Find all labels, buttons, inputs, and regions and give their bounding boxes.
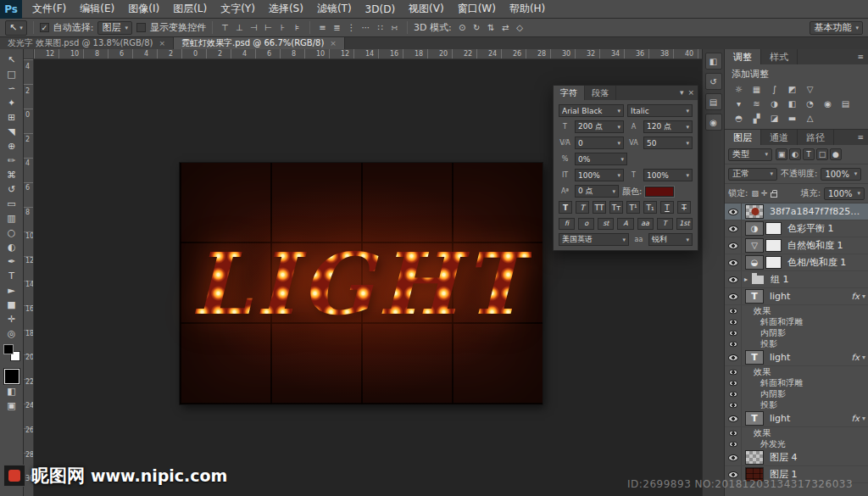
layer-row[interactable]: 图层 4: [725, 449, 868, 466]
visibility-eye-icon[interactable]: [728, 471, 738, 478]
adjustment-icon[interactable]: ◓: [732, 112, 746, 124]
distribute-icon[interactable]: ≣: [331, 21, 343, 34]
menu-item[interactable]: 选择(S): [262, 2, 310, 16]
properties-panel-icon[interactable]: ▤: [705, 93, 722, 110]
type-tool[interactable]: T: [3, 269, 21, 283]
text-format-button[interactable]: T: [559, 201, 572, 214]
menu-item[interactable]: 帮助(H): [503, 2, 552, 16]
screen-mode-button[interactable]: ▣: [3, 398, 21, 413]
collapse-effects-icon[interactable]: ▾: [862, 354, 865, 361]
foreground-color-large-swatch[interactable]: [4, 369, 19, 384]
layer-row[interactable]: ▽自然饱和度 1: [725, 237, 868, 254]
visibility-eye-icon[interactable]: [729, 441, 737, 446]
visibility-eye-icon[interactable]: [728, 259, 738, 266]
kerning-combo[interactable]: 0: [575, 137, 624, 149]
adjustment-icon[interactable]: ◩: [785, 83, 799, 95]
fx-badge[interactable]: fx: [852, 353, 860, 362]
horizontal-scale-field[interactable]: 100%: [643, 169, 693, 181]
adjustment-icon[interactable]: ▤: [838, 98, 853, 109]
opentype-button[interactable]: o: [578, 218, 594, 230]
layer-row[interactable]: Tlightfx▾: [725, 288, 868, 305]
path-selection-tool[interactable]: ►: [3, 283, 21, 298]
align-icon[interactable]: ⊦: [276, 21, 289, 34]
visibility-eye-icon[interactable]: [729, 380, 737, 385]
close-icon[interactable]: ×: [687, 88, 694, 97]
visibility-eye-icon[interactable]: [728, 415, 738, 422]
fx-badge[interactable]: fx: [852, 414, 860, 423]
adjustment-icon[interactable]: ▾: [732, 98, 746, 109]
menu-item[interactable]: 窗口(W): [451, 2, 503, 16]
text-format-button[interactable]: T: [677, 201, 691, 214]
quick-mask-button[interactable]: ◧: [3, 384, 21, 398]
adjustment-icon[interactable]: ≋: [749, 98, 764, 109]
opentype-button[interactable]: fi: [559, 218, 575, 230]
auto-select-target-combo[interactable]: 图层: [97, 21, 132, 35]
opentype-button[interactable]: aa: [637, 218, 654, 230]
visibility-eye-icon[interactable]: [729, 319, 737, 324]
distribute-icon[interactable]: ⋮: [345, 21, 358, 34]
menu-item[interactable]: 滤镜(T): [310, 2, 359, 16]
adjustment-icon[interactable]: ▬: [785, 112, 799, 124]
panel-tab[interactable]: 通道: [761, 130, 798, 145]
adjustment-icon[interactable]: ▞: [749, 112, 764, 124]
lock-all-icon[interactable]: [771, 192, 777, 198]
panel-collapse-icon[interactable]: ▾: [680, 88, 684, 97]
crop-tool[interactable]: ⊞: [3, 110, 21, 125]
layer-row[interactable]: ▸组 1: [725, 271, 868, 288]
3d-mode-icon[interactable]: ⇄: [499, 21, 512, 34]
panel-tab[interactable]: 图层: [725, 130, 761, 145]
adjustment-icon[interactable]: ◑: [767, 98, 782, 109]
menu-item[interactable]: 编辑(E): [73, 2, 121, 16]
baseline-shift-field[interactable]: 0 点: [575, 185, 619, 198]
layer-filter-icon[interactable]: ◐: [789, 148, 801, 160]
opentype-button[interactable]: st: [598, 218, 614, 230]
visibility-eye-icon[interactable]: [729, 369, 737, 374]
opentype-button[interactable]: T: [657, 218, 673, 230]
3d-mode-icon[interactable]: ↻: [470, 21, 483, 34]
panel-tab[interactable]: 字符: [554, 86, 585, 100]
adjustment-icon[interactable]: ∫: [767, 83, 782, 95]
collapse-effects-icon[interactable]: ▾: [862, 415, 865, 422]
3d-mode-icon[interactable]: ⇅: [485, 21, 498, 34]
align-icon[interactable]: ⊧: [291, 21, 303, 34]
blur-tool[interactable]: ○: [3, 226, 21, 240]
document-canvas[interactable]: LIGHT: [180, 163, 542, 404]
layer-effect-row[interactable]: 外发光: [725, 438, 868, 449]
layer-effect-row[interactable]: 内阴影: [725, 388, 868, 399]
move-tool[interactable]: ↖: [3, 53, 21, 67]
blend-mode-combo[interactable]: 正常: [728, 168, 777, 181]
adjustment-icon[interactable]: ◧: [785, 98, 799, 109]
adjustment-icon[interactable]: ▽: [803, 83, 817, 95]
panel-menu-icon[interactable]: ≡: [857, 133, 864, 142]
text-format-button[interactable]: T₁: [643, 201, 657, 214]
3d-mode-icon[interactable]: ◇: [514, 21, 526, 34]
eraser-tool[interactable]: ▭: [3, 197, 21, 211]
menu-item[interactable]: 视图(V): [402, 2, 451, 16]
align-icon[interactable]: ⊣: [248, 21, 260, 34]
quick-selection-tool[interactable]: ✦: [3, 96, 21, 110]
distribute-icon[interactable]: ⋯: [359, 21, 372, 34]
layer-filter-icon[interactable]: ▣: [776, 148, 787, 160]
visibility-eye-icon[interactable]: [729, 402, 737, 407]
layer-effect-row[interactable]: 斜面和浮雕: [725, 316, 868, 327]
panel-tab[interactable]: 样式: [761, 49, 798, 64]
dodge-tool[interactable]: ◐: [3, 240, 21, 254]
layer-filter-icon[interactable]: □: [816, 148, 828, 160]
eyedropper-tool[interactable]: ◥: [3, 125, 21, 139]
panel-tab[interactable]: 调整: [725, 49, 761, 64]
visibility-eye-icon[interactable]: [728, 242, 738, 249]
layer-row[interactable]: 38f7a1847f7f82553fe72f...: [725, 203, 868, 220]
layer-effect-row[interactable]: 斜面和浮雕: [725, 377, 868, 388]
document-tab[interactable]: 霓虹灯效果字.psd @ 66.7%(RGB/8)×: [174, 37, 345, 49]
panel-tab[interactable]: 段落: [585, 86, 616, 100]
align-icon[interactable]: ⊥: [233, 21, 246, 34]
tracking-combo[interactable]: 50: [643, 137, 693, 149]
show-transform-checkbox[interactable]: [136, 23, 146, 32]
visibility-eye-icon[interactable]: [729, 308, 737, 313]
font-size-combo[interactable]: 200 点: [575, 120, 624, 133]
expand-triangle-icon[interactable]: ▸: [744, 276, 748, 283]
text-format-button[interactable]: T: [660, 201, 674, 214]
antialias-combo[interactable]: 锐利: [648, 233, 693, 246]
adjustment-icon[interactable]: ◔: [803, 98, 817, 109]
visibility-eye-icon[interactable]: [728, 276, 738, 283]
